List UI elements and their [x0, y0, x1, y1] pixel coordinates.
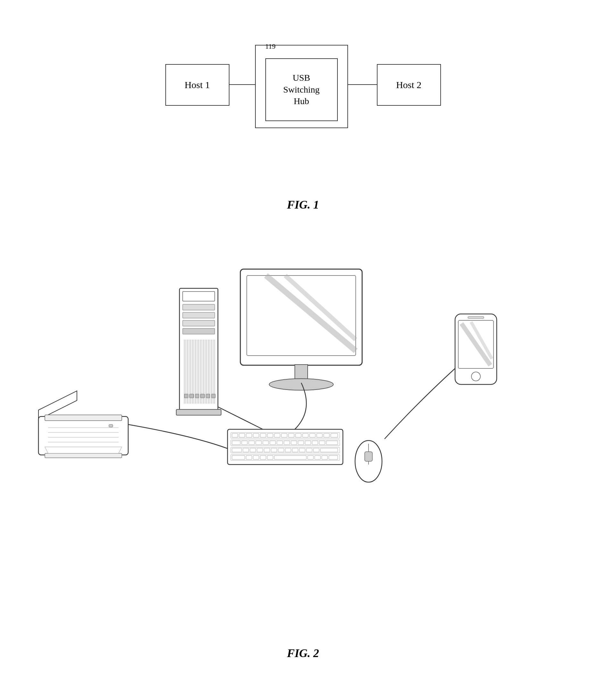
line-host1-hub — [230, 84, 256, 85]
svg-rect-98 — [365, 452, 372, 461]
svg-rect-27 — [190, 394, 193, 398]
desktop-tower — [176, 288, 221, 415]
svg-rect-84 — [313, 448, 319, 452]
svg-rect-106 — [45, 453, 122, 458]
svg-rect-51 — [281, 433, 287, 437]
svg-rect-26 — [184, 394, 188, 398]
mouse — [355, 440, 382, 482]
svg-rect-95 — [329, 456, 338, 459]
fig2-caption: FIG. 2 — [0, 647, 606, 660]
keyboard — [228, 429, 343, 464]
svg-rect-57 — [324, 433, 329, 437]
svg-rect-48 — [260, 433, 266, 437]
svg-rect-29 — [201, 394, 205, 398]
svg-rect-47 — [253, 433, 259, 437]
fig1-caption: FIG. 1 — [287, 198, 319, 212]
svg-rect-31 — [211, 394, 215, 398]
svg-rect-91 — [274, 456, 306, 459]
svg-rect-77 — [264, 448, 270, 452]
svg-rect-61 — [249, 441, 254, 445]
mobile-phone — [455, 314, 497, 384]
svg-rect-89 — [260, 456, 266, 459]
svg-rect-4 — [183, 320, 215, 326]
svg-rect-79 — [278, 448, 284, 452]
hub-inner-box: USB Switching Hub — [265, 58, 338, 121]
svg-rect-101 — [45, 415, 122, 420]
svg-rect-3 — [183, 312, 215, 318]
svg-rect-72 — [326, 441, 338, 445]
svg-rect-82 — [299, 448, 305, 452]
line-hub-host2 — [348, 84, 377, 85]
hub-label: USB Switching Hub — [283, 72, 320, 107]
svg-rect-76 — [257, 448, 263, 452]
svg-rect-108 — [109, 425, 113, 427]
svg-rect-65 — [277, 441, 283, 445]
svg-rect-44 — [232, 433, 238, 437]
host2-label: Host 2 — [396, 79, 421, 90]
svg-rect-56 — [317, 433, 322, 437]
svg-rect-58 — [331, 433, 338, 437]
svg-point-113 — [471, 372, 481, 381]
svg-rect-88 — [253, 456, 259, 459]
svg-rect-49 — [267, 433, 273, 437]
svg-rect-70 — [312, 441, 318, 445]
svg-rect-50 — [274, 433, 280, 437]
fig2-section: FIG. 2 — [0, 250, 606, 666]
svg-rect-92 — [308, 456, 313, 459]
svg-rect-45 — [239, 433, 245, 437]
svg-rect-5 — [183, 329, 215, 334]
svg-marker-107 — [45, 447, 122, 453]
label-119: 119 — [265, 42, 276, 51]
svg-rect-90 — [267, 456, 273, 459]
svg-rect-59 — [232, 441, 240, 445]
svg-rect-32 — [176, 409, 221, 415]
svg-rect-69 — [305, 441, 311, 445]
svg-rect-83 — [306, 448, 312, 452]
printer — [39, 391, 128, 458]
svg-rect-94 — [322, 456, 327, 459]
svg-rect-67 — [291, 441, 297, 445]
svg-rect-2 — [183, 304, 215, 310]
svg-rect-78 — [271, 448, 277, 452]
svg-rect-30 — [206, 394, 210, 398]
svg-rect-81 — [292, 448, 298, 452]
fig1-diagram: Host 1 119 USB Switching Hub Host 2 — [159, 32, 447, 167]
svg-rect-114 — [468, 316, 484, 318]
svg-rect-75 — [250, 448, 256, 452]
svg-rect-73 — [232, 448, 242, 452]
svg-rect-55 — [309, 433, 315, 437]
svg-rect-28 — [195, 394, 199, 398]
svg-rect-46 — [246, 433, 252, 437]
svg-rect-53 — [296, 433, 301, 437]
svg-rect-85 — [321, 448, 338, 452]
fig2-diagram — [0, 250, 606, 634]
svg-rect-71 — [319, 441, 325, 445]
svg-rect-64 — [270, 441, 276, 445]
svg-rect-1 — [183, 292, 215, 301]
svg-rect-62 — [256, 441, 261, 445]
svg-rect-74 — [243, 448, 249, 452]
svg-rect-86 — [232, 456, 245, 459]
monitor — [240, 269, 362, 390]
host2-box: Host 2 — [377, 64, 441, 106]
svg-rect-80 — [285, 448, 291, 452]
hub-outer-box: 119 USB Switching Hub — [255, 45, 348, 128]
svg-rect-37 — [295, 365, 308, 381]
svg-rect-68 — [298, 441, 304, 445]
svg-rect-54 — [303, 433, 308, 437]
svg-rect-60 — [242, 441, 248, 445]
svg-rect-63 — [263, 441, 269, 445]
svg-rect-66 — [284, 441, 290, 445]
svg-rect-52 — [288, 433, 294, 437]
host1-label: Host 1 — [185, 79, 210, 90]
host1-box: Host 1 — [165, 64, 230, 106]
fig1-section: Host 1 119 USB Switching Hub Host 2 FIG.… — [0, 19, 606, 218]
svg-rect-87 — [246, 456, 252, 459]
svg-rect-93 — [315, 456, 321, 459]
svg-point-38 — [269, 379, 333, 390]
